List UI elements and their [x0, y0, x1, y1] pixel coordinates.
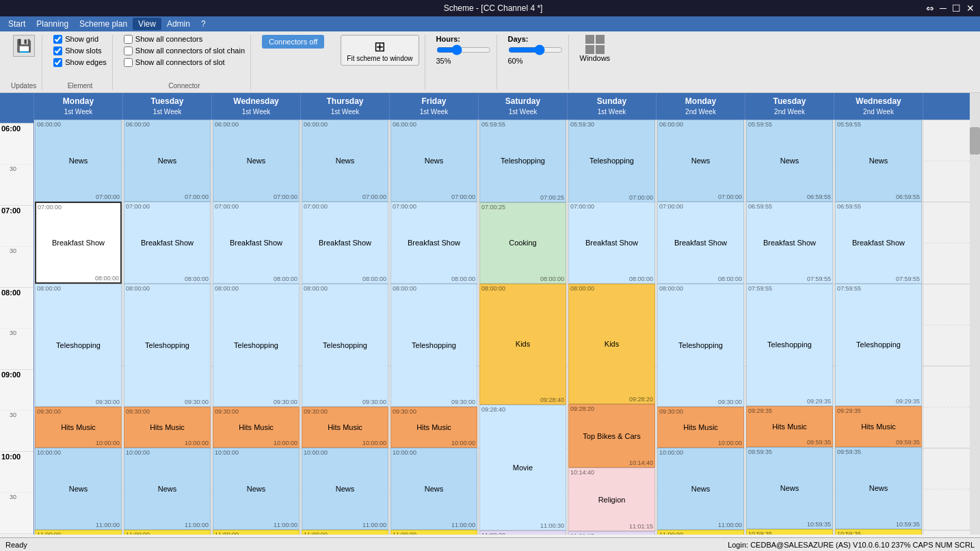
program-block[interactable]: 10:00:00News11:00:00 — [124, 448, 211, 530]
program-block[interactable]: 08:00:00Kids09:28:20 — [568, 284, 655, 405]
program-block[interactable]: 09:30:00Hits Music10:00:00 — [302, 407, 388, 448]
program-block[interactable]: 09:59:35News10:59:35 — [835, 447, 922, 529]
program-block[interactable]: 06:00:00News07:00:00 — [213, 120, 300, 202]
program-name: Movie — [480, 414, 566, 522]
scroll-thumb[interactable] — [970, 127, 980, 154]
program-block[interactable]: 07:59:55Teleshopping09:29:35 — [746, 284, 833, 406]
show-edges-check[interactable]: Show edges — [53, 58, 107, 67]
program-name: Teleshopping — [658, 293, 743, 398]
minimize-button[interactable]: ─ — [940, 3, 946, 14]
windows-button[interactable]: Windows — [580, 35, 611, 62]
program-block[interactable]: 08:00:00Kids09:28:40 — [479, 284, 566, 405]
program-block[interactable]: 07:00:00Breakfast Show08:00:00 — [124, 202, 211, 284]
program-block[interactable]: 09:59:35News10:59:35 — [746, 447, 833, 529]
menu-start[interactable]: Start — [3, 18, 31, 30]
program-name: News — [302, 457, 388, 521]
program-block[interactable]: 09:29:35Hits Music09:59:35 — [746, 406, 833, 447]
day-header-8: Tuesday2nd Week — [745, 93, 834, 120]
menu-admin[interactable]: Admin — [161, 18, 196, 30]
program-block[interactable]: 06:00:00News07:00:00 — [124, 120, 211, 202]
scrollbar[interactable] — [970, 93, 980, 535]
program-block[interactable]: 10:59:35Serie11:34:35 — [746, 529, 833, 535]
show-all-connectors-check[interactable]: Show all connectors — [124, 35, 245, 44]
program-block[interactable]: 07:00:00Breakfast Show08:00:00 — [302, 202, 388, 284]
program-block[interactable]: 09:29:35Hits Music09:59:35 — [835, 406, 922, 447]
program-block[interactable]: 11:00:00Serie11:35:00 — [657, 530, 744, 535]
program-block[interactable]: 09:28:40Movie11:00:30 — [479, 405, 566, 530]
program-block[interactable]: 05:59:55Teleshopping07:00:25 — [479, 120, 566, 202]
program-block[interactable]: 10:59:35Serie11:34:35 — [835, 529, 922, 535]
program-name: News — [836, 456, 921, 520]
menu-bar: Start Planning Scheme plan View Admin ? — [0, 16, 980, 31]
program-block[interactable]: 08:00:00Teleshopping09:30:00 — [390, 284, 477, 407]
program-block[interactable]: 07:59:55Teleshopping09:29:35 — [835, 284, 922, 406]
hours-slider[interactable] — [436, 44, 491, 55]
program-name: Breakfast Show — [658, 211, 743, 275]
show-connectors-slot-check[interactable]: Show all connectors of slot — [124, 58, 245, 67]
element-label: Element — [53, 82, 107, 90]
program-block[interactable]: 11:00:00Serie11:35:00 — [124, 530, 211, 535]
window-title: Scheme - [CC Channel 4 *] — [60, 3, 926, 13]
main-grid-scroll[interactable]: Monday1st WeekTuesday1st WeekWednesday1s… — [34, 93, 970, 535]
save-button[interactable]: 💾 — [13, 35, 35, 57]
connectors-off-button[interactable]: Connectors off — [262, 35, 324, 49]
program-block[interactable]: 07:00:00Breakfast Show08:00:00 — [568, 202, 655, 284]
program-block[interactable]: 08:00:00Teleshopping09:30:00 — [657, 284, 744, 407]
program-block[interactable]: 08:00:00Teleshopping09:30:00 — [302, 284, 388, 407]
program-block[interactable]: 10:00:00News11:00:00 — [213, 448, 300, 530]
program-block[interactable]: 08:00:00Teleshopping09:30:00 — [213, 284, 300, 407]
program-block[interactable]: 06:59:55Breakfast Show07:59:55 — [835, 202, 922, 284]
program-block[interactable]: 09:30:00Hits Music10:00:00 — [124, 407, 211, 448]
program-block[interactable]: 07:00:00Breakfast Show08:00:00 — [35, 202, 122, 284]
program-block[interactable]: 06:00:00News07:00:00 — [657, 120, 744, 202]
program-block[interactable]: 11:00:00Serie11:35:00 — [35, 530, 122, 535]
schedule-container[interactable]: 06:003007:003008:003009:003010:003011:00… — [0, 93, 980, 535]
program-block[interactable]: 09:30:00Hits Music10:00:00 — [657, 407, 744, 448]
time-half-6-30: 30 — [0, 164, 34, 173]
program-block[interactable]: 10:00:00News11:00:00 — [657, 448, 744, 530]
program-grid[interactable]: 06:00:00News07:00:0007:00:00Breakfast Sh… — [34, 120, 970, 535]
show-grid-check[interactable]: Show grid — [53, 35, 107, 44]
program-block[interactable]: 09:30:00Hits Music10:00:00 — [213, 407, 300, 448]
program-block[interactable]: 08:00:00Teleshopping09:30:00 — [124, 284, 211, 407]
program-block[interactable]: 08:00:00Teleshopping09:30:00 — [35, 284, 122, 407]
menu-help[interactable]: ? — [196, 18, 211, 30]
resize-icon[interactable]: ⇔ — [926, 3, 934, 14]
program-block[interactable]: 07:00:00Breakfast Show08:00:00 — [213, 202, 300, 284]
fit-to-window-button[interactable]: ⊞ Fit scheme to window — [341, 35, 419, 66]
program-block[interactable]: 05:59:55News06:59:55 — [835, 120, 922, 202]
program-block[interactable]: 07:00:25Cooking08:00:00 — [479, 202, 566, 284]
menu-scheme-plan[interactable]: Scheme plan — [74, 18, 133, 30]
day-header-2: Wednesday1st Week — [212, 93, 301, 120]
menu-view[interactable]: View — [133, 18, 161, 30]
program-block[interactable]: 07:00:00Breakfast Show08:00:00 — [657, 202, 744, 284]
program-block[interactable]: 11:00:00Serie11:35:00 — [302, 530, 388, 535]
program-block[interactable]: 11:01:15TV Game Show11:35:00 — [568, 531, 655, 535]
program-block[interactable]: 10:00:00News11:00:00 — [302, 448, 388, 530]
menu-planning[interactable]: Planning — [31, 18, 74, 30]
program-block[interactable]: 06:59:55Breakfast Show07:59:55 — [746, 202, 833, 284]
program-block[interactable]: 11:00:00Serie11:35:00 — [213, 530, 300, 535]
program-block[interactable]: 06:00:00News07:00:00 — [35, 120, 122, 202]
program-block[interactable]: 09:30:00Hits Music10:00:00 — [35, 407, 122, 448]
program-block[interactable]: 10:00:00News11:00:00 — [35, 448, 122, 530]
program-block[interactable]: 10:00:00News11:00:00 — [390, 448, 477, 530]
day-col-7: 06:00:00News07:00:0007:00:00Breakfast Sh… — [657, 120, 745, 535]
program-block[interactable]: 11:00:30TV Game Show11:35:00 — [479, 530, 566, 535]
program-block[interactable]: 05:59:55News06:59:55 — [746, 120, 833, 202]
program-block[interactable]: 09:28:20Top Bikes & Cars10:14:40 — [568, 404, 655, 468]
close-button[interactable]: ✕ — [966, 3, 975, 14]
days-slider[interactable] — [508, 44, 563, 55]
program-block[interactable]: 09:30:00Hits Music10:00:00 — [390, 407, 477, 448]
show-slots-check[interactable]: Show slots — [53, 46, 107, 55]
program-block[interactable]: 10:14:40Religion11:01:15 — [568, 468, 655, 531]
program-block[interactable]: 06:00:00News07:00:00 — [302, 120, 388, 202]
maximize-button[interactable]: ☐ — [952, 3, 961, 14]
program-block[interactable]: 06:00:00News07:00:00 — [390, 120, 477, 202]
program-block[interactable]: 05:59:30Teleshopping07:00:00 — [568, 120, 655, 202]
program-block[interactable]: 07:00:00Breakfast Show08:00:00 — [390, 202, 477, 284]
main-toolbar: 💾 Updates Show grid Show slots Show edge… — [0, 31, 980, 93]
show-connectors-chain-check[interactable]: Show all connectors of slot chain — [124, 46, 245, 55]
program-block[interactable]: 11:00:00Serie11:35:00 — [390, 530, 477, 535]
window-controls[interactable]: ⇔ ─ ☐ ✕ — [926, 3, 975, 14]
